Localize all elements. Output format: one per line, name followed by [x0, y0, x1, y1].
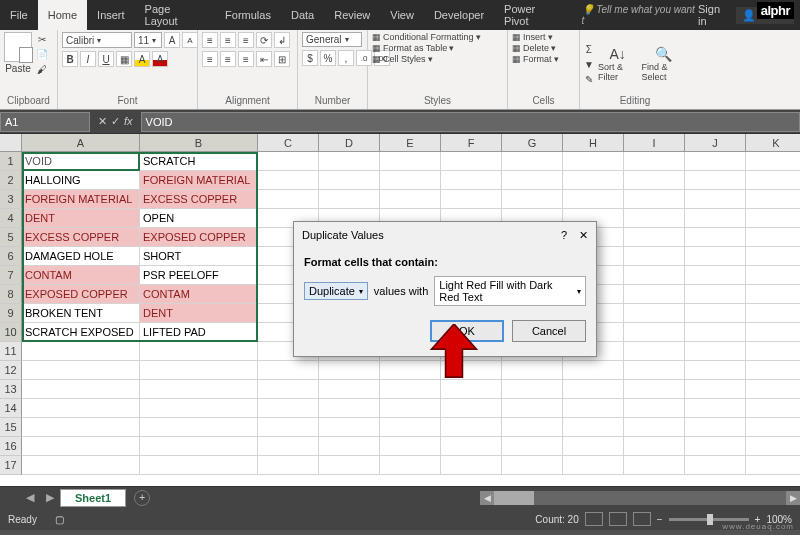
cell-h17[interactable] — [563, 456, 624, 475]
cell-a9[interactable]: BROKEN TENT — [22, 304, 140, 323]
duplicate-mode-combo[interactable]: Duplicate▾ — [304, 282, 368, 300]
cell-i15[interactable] — [624, 418, 685, 437]
cell-i16[interactable] — [624, 437, 685, 456]
cell-b9[interactable]: DENT — [140, 304, 258, 323]
cell-d13[interactable] — [319, 380, 380, 399]
cell-k13[interactable] — [746, 380, 800, 399]
col-header-d[interactable]: D — [319, 134, 380, 152]
cell-c17[interactable] — [258, 456, 319, 475]
cell-a5[interactable]: EXCESS COPPER — [22, 228, 140, 247]
cell-d12[interactable] — [319, 361, 380, 380]
cell-c3[interactable] — [258, 190, 319, 209]
new-sheet-button[interactable]: + — [134, 490, 150, 506]
cell-j16[interactable] — [685, 437, 746, 456]
row-header-12[interactable]: 12 — [0, 361, 22, 380]
normal-view-icon[interactable] — [585, 512, 603, 526]
copy-icon[interactable]: 📄 — [36, 49, 48, 60]
cell-k4[interactable] — [746, 209, 800, 228]
row-header-13[interactable]: 13 — [0, 380, 22, 399]
row-header-3[interactable]: 3 — [0, 190, 22, 209]
cell-k5[interactable] — [746, 228, 800, 247]
italic-button[interactable]: I — [80, 51, 96, 67]
col-header-g[interactable]: G — [502, 134, 563, 152]
row-header-6[interactable]: 6 — [0, 247, 22, 266]
cell-k9[interactable] — [746, 304, 800, 323]
orientation-icon[interactable]: ⟳ — [256, 32, 272, 48]
cell-e16[interactable] — [380, 437, 441, 456]
cell-j5[interactable] — [685, 228, 746, 247]
cell-k17[interactable] — [746, 456, 800, 475]
sheet-tab-sheet1[interactable]: Sheet1 — [60, 489, 126, 507]
cell-f3[interactable] — [441, 190, 502, 209]
sheet-nav-next-icon[interactable]: ▶ — [46, 491, 54, 504]
page-layout-view-icon[interactable] — [609, 512, 627, 526]
col-header-i[interactable]: I — [624, 134, 685, 152]
cell-b16[interactable] — [140, 437, 258, 456]
conditional-formatting-button[interactable]: ▦Conditional Formatting ▾ — [372, 32, 481, 42]
cell-b6[interactable]: SHORT — [140, 247, 258, 266]
cell-h2[interactable] — [563, 171, 624, 190]
cell-f1[interactable] — [441, 152, 502, 171]
cell-b11[interactable] — [140, 342, 258, 361]
cell-j7[interactable] — [685, 266, 746, 285]
cell-a2[interactable]: HALLOING — [22, 171, 140, 190]
format-as-table-button[interactable]: ▦Format as Table ▾ — [372, 43, 481, 53]
cell-j14[interactable] — [685, 399, 746, 418]
cell-k3[interactable] — [746, 190, 800, 209]
cell-b1[interactable]: SCRATCH — [140, 152, 258, 171]
cell-d16[interactable] — [319, 437, 380, 456]
cell-b2[interactable]: FOREIGN MATERIAL — [140, 171, 258, 190]
cell-e15[interactable] — [380, 418, 441, 437]
select-all-corner[interactable] — [0, 134, 22, 152]
cell-k6[interactable] — [746, 247, 800, 266]
border-button[interactable]: ▦ — [116, 51, 132, 67]
cell-i9[interactable] — [624, 304, 685, 323]
cell-styles-button[interactable]: ▦Cell Styles ▾ — [372, 54, 481, 64]
cell-b5[interactable]: EXPOSED COPPER — [140, 228, 258, 247]
cell-i1[interactable] — [624, 152, 685, 171]
cell-i5[interactable] — [624, 228, 685, 247]
cell-a14[interactable] — [22, 399, 140, 418]
align-mid-icon[interactable]: ≡ — [220, 32, 236, 48]
cell-i14[interactable] — [624, 399, 685, 418]
cell-e12[interactable] — [380, 361, 441, 380]
cell-j15[interactable] — [685, 418, 746, 437]
enter-formula-icon[interactable]: ✓ — [111, 115, 120, 128]
col-header-f[interactable]: F — [441, 134, 502, 152]
tell-me[interactable]: 💡 Tell me what you want t — [582, 4, 698, 26]
col-header-a[interactable]: A — [22, 134, 140, 152]
cell-i4[interactable] — [624, 209, 685, 228]
cancel-button[interactable]: Cancel — [512, 320, 586, 342]
cell-c2[interactable] — [258, 171, 319, 190]
cell-e3[interactable] — [380, 190, 441, 209]
font-color-button[interactable]: A — [152, 51, 168, 67]
cell-h3[interactable] — [563, 190, 624, 209]
cell-k12[interactable] — [746, 361, 800, 380]
scroll-thumb[interactable] — [494, 491, 534, 505]
name-box[interactable]: A1 — [0, 112, 90, 132]
row-header-14[interactable]: 14 — [0, 399, 22, 418]
cell-a6[interactable]: DAMAGED HOLE — [22, 247, 140, 266]
cell-a7[interactable]: CONTAM — [22, 266, 140, 285]
cell-a17[interactable] — [22, 456, 140, 475]
format-cells-button[interactable]: ▦ Format ▾ — [512, 54, 559, 64]
font-name-combo[interactable]: Calibri▾ — [62, 32, 132, 48]
cell-b17[interactable] — [140, 456, 258, 475]
row-header-9[interactable]: 9 — [0, 304, 22, 323]
cell-d3[interactable] — [319, 190, 380, 209]
cell-j3[interactable] — [685, 190, 746, 209]
cell-k16[interactable] — [746, 437, 800, 456]
row-header-4[interactable]: 4 — [0, 209, 22, 228]
cancel-formula-icon[interactable]: ✕ — [98, 115, 107, 128]
cell-f17[interactable] — [441, 456, 502, 475]
cell-k15[interactable] — [746, 418, 800, 437]
scroll-left-icon[interactable]: ◀ — [480, 491, 494, 505]
cell-g14[interactable] — [502, 399, 563, 418]
fill-icon[interactable]: ▼ — [584, 59, 594, 70]
tab-page-layout[interactable]: Page Layout — [135, 0, 216, 30]
font-size-combo[interactable]: 11▾ — [134, 32, 162, 48]
cell-i10[interactable] — [624, 323, 685, 342]
cell-i8[interactable] — [624, 285, 685, 304]
zoom-out-icon[interactable]: − — [657, 514, 663, 525]
tab-view[interactable]: View — [380, 0, 424, 30]
